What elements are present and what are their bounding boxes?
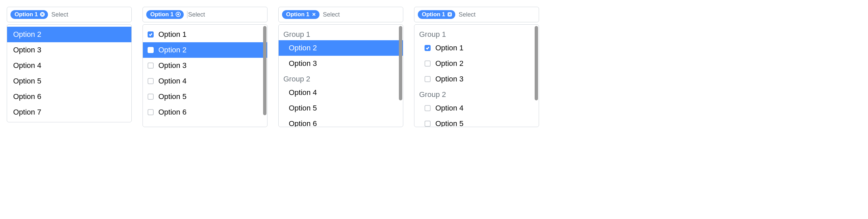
group-label: Group 2 [279,71,403,85]
multiselect-widget-checkbox: Option 1 Select Option 1 Option 2 Option… [143,7,267,127]
group-label: Group 1 [279,27,403,40]
dropdown-list: Option 2 Option 3 Option 4 Option 5 Opti… [7,24,132,122]
dropdown-list: Option 1 Option 2 Option 3 Option 4 Opti… [143,24,267,127]
checkbox-icon [148,78,154,84]
option-label: Option 7 [13,108,41,117]
option-label: Option 1 [158,30,186,39]
selected-chip[interactable]: Option 1 [282,10,320,19]
group-label: Group 1 [414,27,539,40]
option-label: Option 5 [435,119,463,127]
scrollbar[interactable] [399,26,402,100]
remove-chip-icon[interactable] [311,12,317,17]
select-input[interactable]: Option 1 Select [414,7,539,22]
remove-chip-icon[interactable] [40,12,45,17]
group-label: Group 2 [414,87,539,100]
option[interactable]: Option 3 [279,56,403,71]
option-label: Option 5 [158,92,186,101]
checkbox-icon [425,60,431,67]
scrollbar[interactable] [535,26,538,100]
option[interactable]: Option 5 [143,89,267,104]
svg-point-2 [178,14,179,16]
option-label: Option 3 [289,59,317,68]
option[interactable]: Option 5 [279,100,403,116]
option-label: Option 6 [13,92,41,101]
placeholder-text: Select [323,11,340,18]
chip-label: Option 1 [150,11,174,18]
option[interactable]: Option 6 [279,116,403,127]
option-label: Option 5 [13,77,41,86]
placeholder-text: Select [459,11,476,18]
option-label: Option 1 [435,44,463,52]
option-label: Option 2 [289,44,317,52]
checkbox-icon [148,31,154,38]
option-checked[interactable]: Option 1 [414,40,539,56]
option[interactable]: Option 6 [7,89,131,104]
checkbox-icon [148,109,154,115]
placeholder-text: Select [51,11,68,18]
dropdown-list: Group 1 Option 2 Option 3 Group 2 Option… [278,24,403,127]
option[interactable]: Option 6 [143,104,267,120]
checkbox-icon [425,45,431,51]
checkbox-icon [425,105,431,111]
select-input[interactable]: Option 1 Select [7,7,132,22]
remove-chip-icon[interactable] [176,12,181,17]
option-label: Option 5 [289,104,317,113]
option[interactable]: Option 3 [143,58,267,73]
option-label: Option 3 [13,46,41,54]
option-label: Option 2 [13,30,41,39]
option-highlighted[interactable]: Option 2 [279,40,403,56]
checkbox-icon [425,76,431,82]
remove-chip-icon[interactable] [447,12,453,17]
selected-chip[interactable]: Option 1 [10,10,48,19]
multiselect-widget-grouped-checkbox: Option 1 Select Group 1 Option 1 Option … [414,7,539,127]
option-highlighted[interactable]: Option 2 [7,27,131,42]
option[interactable]: Option 4 [414,100,539,116]
checkbox-icon [425,121,431,127]
chip-label: Option 1 [15,11,38,18]
option[interactable]: Option 2 [414,56,539,71]
option-highlighted[interactable]: Option 2 [143,42,267,58]
option-label: Option 6 [158,108,186,117]
option-label: Option 4 [13,61,41,70]
chip-label: Option 1 [422,11,445,18]
scrollbar[interactable] [263,26,266,115]
checkbox-icon [148,63,154,69]
option[interactable]: Option 7 [7,104,131,120]
multiselect-widget: Option 1 Select Option 2 Option 3 Option… [7,7,132,122]
dropdown-list: Group 1 Option 1 Option 2 Option 3 Group… [414,24,539,127]
option[interactable]: Option 3 [414,71,539,87]
option-label: Option 4 [289,88,317,97]
option[interactable]: Option 4 [143,73,267,89]
option-label: Option 2 [158,46,186,54]
option-label: Option 3 [435,75,463,83]
select-input[interactable]: Option 1 Select [143,7,267,22]
placeholder-text: Select [187,11,205,18]
option-label: Option 4 [435,104,463,113]
option-label: Option 2 [435,59,463,68]
option-checked[interactable]: Option 1 [143,27,267,42]
option[interactable]: Option 5 [414,116,539,127]
multiselect-widget-grouped: Option 1 Select Group 1 Option 2 Option … [278,7,403,127]
checkbox-icon [148,94,154,100]
select-input[interactable]: Option 1 Select [278,7,403,22]
option-label: Option 6 [289,119,317,127]
chip-label: Option 1 [286,11,309,18]
option[interactable]: Option 5 [7,73,131,89]
option-label: Option 4 [158,77,186,86]
option[interactable]: Option 4 [279,85,403,100]
selected-chip[interactable]: Option 1 [418,10,455,19]
option[interactable]: Option 3 [7,42,131,58]
option[interactable]: Option 4 [7,58,131,73]
checkbox-icon [148,47,154,53]
selected-chip[interactable]: Option 1 [146,10,184,19]
option-label: Option 3 [158,61,186,70]
